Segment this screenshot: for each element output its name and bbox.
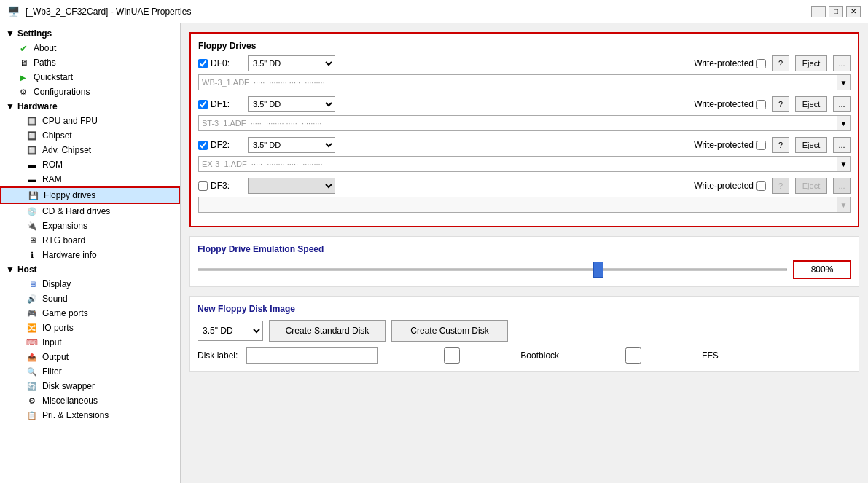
df2-question-button[interactable]: ? <box>772 137 789 153</box>
df3-eject-button[interactable]: Eject <box>795 178 827 194</box>
df1-question-button[interactable]: ? <box>772 96 789 112</box>
sidebar-item-io-ports[interactable]: 🔀 IO ports <box>0 321 180 335</box>
sidebar-item-hw-info[interactable]: ℹ Hardware info <box>0 248 180 262</box>
sidebar-item-quickstart[interactable]: ▶ Quickstart <box>0 70 180 85</box>
sidebar-item-game-ports[interactable]: 🎮 Game ports <box>0 306 180 321</box>
df3-checkbox-label[interactable]: DF3: <box>198 181 242 191</box>
df2-header: DF2: 3.5" DD 3.5" HD 5.25" DD Write-prot… <box>198 137 851 153</box>
df3-write-protected-group: Write-protected <box>694 181 766 191</box>
df1-checkbox[interactable] <box>198 100 208 109</box>
disk-label-input[interactable] <box>246 347 378 364</box>
sidebar-item-about[interactable]: ✔ About <box>0 41 180 55</box>
sidebar-item-misc[interactable]: ⚙ Miscellaneous <box>0 393 180 408</box>
sidebar-item-ram[interactable]: ▬ RAM <box>0 172 180 186</box>
df0-checkbox-label[interactable]: DF0: <box>198 58 242 68</box>
df3-header: DF3: Write-protected ? Eject ... <box>198 178 851 194</box>
sidebar-item-filter[interactable]: 🔍 Filter <box>0 364 180 379</box>
sidebar-item-display[interactable]: 🖥 Display <box>0 277 180 291</box>
df0-write-protected-checkbox[interactable] <box>756 59 766 68</box>
df3-checkbox[interactable] <box>198 181 208 191</box>
create-custom-disk-button[interactable]: Create Custom Disk <box>391 320 508 342</box>
df3-label: DF3: <box>211 181 230 191</box>
sidebar-item-cd-hard[interactable]: 💿 CD & Hard drives <box>0 204 180 219</box>
df3-ellipsis-button[interactable]: ... <box>833 178 851 194</box>
sidebar-item-floppy[interactable]: 💾 Floppy drives <box>0 186 180 204</box>
title-bar: 🖥️ [_Wb3_2_CF32Card] - WinUAE Properties… <box>0 0 868 23</box>
sidebar-item-configurations[interactable]: ⚙ Configurations <box>0 85 180 99</box>
df2-path-input[interactable] <box>198 156 837 172</box>
close-button[interactable]: ✕ <box>846 6 861 17</box>
sidebar-item-sound[interactable]: 🔊 Sound <box>0 291 180 306</box>
df0-checkbox[interactable] <box>198 59 208 68</box>
disk-type-select[interactable]: 3.5" DD 3.5" HD 5.25" DD <box>198 321 263 341</box>
df1-path-input[interactable] <box>198 115 837 131</box>
df1-write-protected-checkbox[interactable] <box>756 100 766 109</box>
sidebar-item-chipset[interactable]: 🔲 Chipset <box>0 128 180 143</box>
sidebar-hardware-group[interactable]: ▼ Hardware <box>0 99 180 114</box>
window-title: [_Wb3_2_CF32Card] - WinUAE Properties <box>26 7 191 17</box>
df2-drive-type[interactable]: 3.5" DD 3.5" HD 5.25" DD <box>248 137 335 153</box>
df0-eject-button[interactable]: Eject <box>795 55 827 71</box>
df1-path-arrow[interactable]: ▼ <box>837 115 851 131</box>
disk-label-row: Disk label: Bootblock FFS <box>198 347 851 364</box>
sidebar-item-label: Expansions <box>42 221 87 231</box>
df3-drive-type[interactable] <box>248 178 335 194</box>
rtg-icon: 🖥 <box>26 235 38 246</box>
create-standard-disk-button[interactable]: Create Standard Disk <box>269 320 386 342</box>
sidebar-item-label: IO ports <box>42 323 74 333</box>
content-area: Floppy Drives DF0: 3.5" DD 3.5" HD 5.25"… <box>181 23 868 483</box>
df3-write-protected-checkbox[interactable] <box>756 181 766 191</box>
minimize-button[interactable]: — <box>811 6 826 17</box>
ffs-checkbox[interactable] <box>568 347 699 364</box>
df1-ellipsis-button[interactable]: ... <box>833 96 851 112</box>
io-ports-icon: 🔀 <box>26 322 38 334</box>
df0-question-button[interactable]: ? <box>772 55 789 71</box>
df2-ellipsis-button[interactable]: ... <box>833 137 851 153</box>
df0-row: DF0: 3.5" DD 3.5" HD 5.25" DD Write-prot… <box>198 55 851 90</box>
df0-drive-type[interactable]: 3.5" DD 3.5" HD 5.25" DD <box>248 55 335 71</box>
write-protected-label: Write-protected <box>694 58 754 68</box>
df2-path-arrow[interactable]: ▼ <box>837 156 851 172</box>
sidebar-item-disk-swapper[interactable]: 🔄 Disk swapper <box>0 379 180 393</box>
sidebar-item-label: ROM <box>42 160 63 170</box>
slider-thumb[interactable] <box>593 262 603 278</box>
df2-checkbox[interactable] <box>198 141 208 150</box>
sidebar-item-input[interactable]: ⌨ Input <box>0 335 180 350</box>
df0-ellipsis-button[interactable]: ... <box>833 55 851 71</box>
sidebar-item-adv-chipset[interactable]: 🔲 Adv. Chipset <box>0 143 180 157</box>
df1-drive-type[interactable]: 3.5" DD 3.5" HD 5.25" DD <box>248 96 335 112</box>
sidebar-item-pri[interactable]: 📋 Pri. & Extensions <box>0 408 180 423</box>
df0-path-arrow[interactable]: ▼ <box>837 74 851 90</box>
df2-checkbox-label[interactable]: DF2: <box>198 140 242 150</box>
df0-path-input[interactable] <box>198 74 837 90</box>
sidebar: ▼ Settings ✔ About 🖥 Paths ▶ Quickstart … <box>0 23 181 483</box>
rom-icon: ▬ <box>26 159 38 170</box>
sidebar-item-cpu[interactable]: 🔲 CPU and FPU <box>0 114 180 128</box>
df3-path-input[interactable] <box>198 197 837 213</box>
df2-eject-button[interactable]: Eject <box>795 137 827 153</box>
sidebar-item-expansions[interactable]: 🔌 Expansions <box>0 219 180 233</box>
expansion-icon: 🔌 <box>26 220 38 232</box>
app-icon: 🖥️ <box>7 6 20 17</box>
bootblock-label: Bootblock <box>520 350 559 361</box>
maximize-button[interactable]: □ <box>829 6 843 17</box>
sidebar-item-label: About <box>34 43 56 53</box>
df3-path-arrow[interactable]: ▼ <box>837 197 851 213</box>
df2-write-protected-checkbox[interactable] <box>756 141 766 150</box>
df1-eject-button[interactable]: Eject <box>795 96 827 112</box>
sidebar-item-label: Quickstart <box>34 72 73 82</box>
df2-label: DF2: <box>211 140 230 150</box>
sidebar-item-label: Game ports <box>42 308 88 318</box>
df3-question-button[interactable]: ? <box>772 178 789 194</box>
sidebar-settings-group[interactable]: ▼ Settings <box>0 26 180 41</box>
sidebar-host-group[interactable]: ▼ Host <box>0 262 180 277</box>
sidebar-item-rtg[interactable]: 🖥 RTG board <box>0 233 180 248</box>
input-icon: ⌨ <box>26 337 38 348</box>
df1-checkbox-label[interactable]: DF1: <box>198 99 242 109</box>
speed-row: 800% <box>198 260 851 279</box>
sidebar-item-output[interactable]: 📤 Output <box>0 350 180 364</box>
sidebar-item-rom[interactable]: ▬ ROM <box>0 157 180 172</box>
write-protected-label: Write-protected <box>694 99 754 109</box>
sidebar-item-paths[interactable]: 🖥 Paths <box>0 55 180 70</box>
bootblock-checkbox[interactable] <box>386 347 517 364</box>
